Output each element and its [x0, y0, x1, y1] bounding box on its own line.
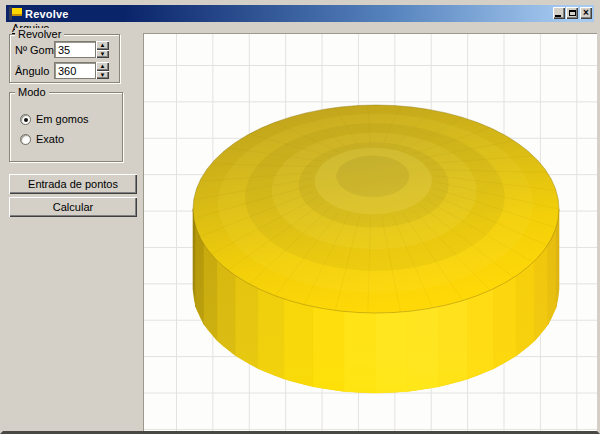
minimize-icon: [555, 15, 561, 17]
spinner-up-icon[interactable]: ▲: [96, 41, 109, 50]
drawing-canvas[interactable]: [143, 33, 600, 434]
angulo-spinner: ▲ ▼: [96, 62, 109, 79]
angulo-label: Ângulo: [15, 65, 49, 77]
field-row-angulo: Ângulo ▲ ▼: [10, 62, 119, 79]
gomos-spinner: ▲ ▼: [96, 41, 109, 58]
minimize-button[interactable]: [553, 7, 565, 19]
group-revolver-label: Revolver: [15, 28, 64, 41]
spinner-up-icon[interactable]: ▲: [96, 62, 109, 71]
radio-exato[interactable]: Exato: [20, 133, 64, 145]
group-revolver: Revolver Nº Gomos ▲ ▼ Ângulo ▲ ▼: [9, 34, 120, 83]
revolved-solid-preview: [143, 33, 600, 434]
gomos-input[interactable]: [54, 41, 96, 58]
maximize-button[interactable]: [566, 7, 578, 19]
radio-em-gomos[interactable]: Em gomos: [20, 113, 89, 125]
group-modo-label: Modo: [15, 86, 49, 99]
radio-icon: [20, 134, 31, 145]
window-title: Revolve: [25, 8, 69, 20]
radio-icon: [20, 114, 31, 125]
calcular-button[interactable]: Calcular: [9, 197, 137, 217]
sidebar: Revolver Nº Gomos ▲ ▼ Ângulo ▲ ▼ Modo: [6, 34, 143, 428]
angulo-input[interactable]: [54, 62, 96, 79]
close-icon: ×: [583, 8, 589, 18]
maximize-icon: [569, 10, 576, 16]
app-window: Revolve × Arquivo Revolver Nº Gomos ▲ ▼: [0, 0, 600, 434]
close-button[interactable]: ×: [580, 7, 592, 19]
spinner-down-icon[interactable]: ▼: [96, 50, 109, 59]
app-icon: [9, 7, 22, 20]
field-row-gomos: Nº Gomos ▲ ▼: [10, 41, 119, 58]
spinner-down-icon[interactable]: ▼: [96, 71, 109, 80]
titlebar[interactable]: Revolve ×: [6, 5, 594, 22]
group-modo: Modo Em gomos Exato: [9, 92, 123, 162]
entrada-de-pontos-button[interactable]: Entrada de pontos: [9, 174, 137, 194]
